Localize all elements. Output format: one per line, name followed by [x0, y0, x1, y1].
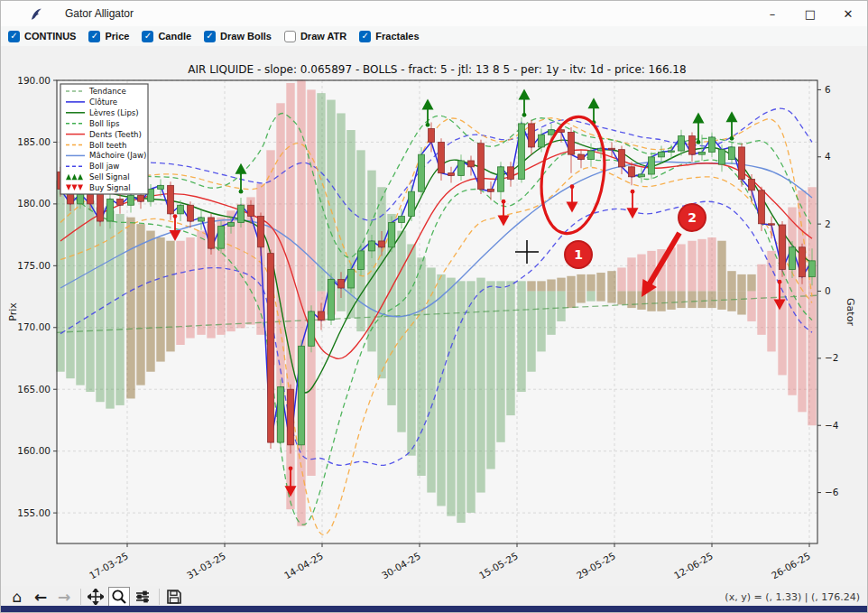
candle-body: [288, 389, 294, 445]
unchecked-checkbox-icon[interactable]: [284, 31, 296, 42]
options-toolbar: ✓CONTINUS✓Price✓Candle✓Draw BollsDraw AT…: [1, 26, 868, 46]
window-title: Gator Alligator: [65, 7, 134, 20]
save-icon: [166, 589, 182, 605]
gator-bar-down: [427, 292, 435, 493]
gator-bar-up: [586, 274, 595, 292]
configure-subplots-button[interactable]: [132, 587, 153, 607]
zoom-button[interactable]: [108, 587, 130, 607]
date-tick-label: 30-04-25: [380, 550, 422, 580]
toolbar-separator: [80, 589, 81, 605]
gator-bar-down: [437, 292, 445, 506]
candle-body: [699, 152, 706, 154]
minimize-button[interactable]: –: [753, 1, 791, 26]
gator-bar-down: [246, 292, 254, 325]
gator-bar-up: [547, 279, 555, 291]
candle-body: [128, 195, 134, 205]
candle-body: [158, 185, 164, 189]
checkbox-draw-atr[interactable]: Draw ATR: [284, 31, 346, 42]
candle-body: [769, 224, 775, 225]
checked-checkbox-icon[interactable]: ✓: [142, 31, 153, 42]
gator-bar-up: [156, 237, 164, 291]
gator-bar-up: [56, 181, 64, 292]
gator-bar-down: [166, 292, 174, 352]
gator-bar-up: [767, 251, 775, 292]
candle-body: [429, 128, 435, 142]
gator-bar-down: [86, 292, 94, 393]
gator-bar-down: [486, 292, 494, 469]
checkbox-label: Price: [105, 31, 129, 42]
sliders-icon: [134, 589, 151, 605]
candle-body: [228, 222, 235, 226]
checked-checkbox-icon[interactable]: ✓: [8, 31, 20, 42]
checkbox-fractales[interactable]: ✓Fractales: [359, 31, 419, 42]
checkbox-draw-bolls[interactable]: ✓Draw Bolls: [204, 31, 272, 42]
pan-button[interactable]: [85, 587, 106, 607]
gator-bar-down: [156, 292, 164, 362]
gator-tick-label: 2: [825, 218, 831, 229]
candle-body: [669, 151, 675, 152]
checkbox-label: Fractales: [375, 31, 419, 42]
gator-bar-down: [657, 292, 665, 311]
candle-body: [199, 218, 205, 221]
candle-body: [468, 161, 475, 167]
gator-bar-down: [397, 292, 405, 432]
checked-checkbox-icon[interactable]: ✓: [204, 31, 216, 42]
checked-checkbox-icon[interactable]: ✓: [359, 31, 371, 42]
gator-bar-down: [457, 292, 465, 524]
candle-body: [319, 311, 325, 320]
gator-bar-down: [647, 292, 655, 311]
checkbox-price[interactable]: ✓Price: [88, 31, 129, 42]
gator-bar-up: [627, 257, 635, 291]
candle-body: [419, 154, 425, 191]
checkbox-candle[interactable]: ✓Candle: [142, 31, 191, 42]
gator-bar-down: [677, 292, 685, 309]
legend-label: Tendance: [88, 87, 126, 96]
annotation-badge-number: 1: [574, 247, 583, 262]
gator-bar-down: [466, 292, 475, 513]
date-tick-label: 17-03-25: [88, 550, 130, 580]
candle-body: [809, 261, 816, 277]
date-tick-label: 31-03-25: [185, 550, 227, 580]
gator-bar-down: [197, 292, 205, 335]
gator-bar-down: [217, 292, 225, 335]
gator-bar-down: [186, 292, 194, 339]
chart-canvas[interactable]: 190.00185.00180.00175.00170.00165.00160.…: [1, 46, 868, 586]
gator-tick-label: −4: [825, 420, 839, 431]
gator-bar-down: [596, 292, 605, 302]
gator-bar-down: [146, 292, 154, 372]
legend-label: Boll lips: [89, 119, 120, 128]
candle-body: [278, 386, 284, 442]
candle-body: [729, 147, 735, 160]
back-button[interactable]: ←: [30, 587, 51, 607]
price-tick-label: 175.00: [17, 260, 51, 271]
legend-label: Boll jaw: [89, 162, 119, 171]
gator-bar-up: [707, 237, 716, 291]
candle-body: [568, 132, 575, 154]
checked-checkbox-icon[interactable]: ✓: [88, 31, 100, 42]
candle-body: [338, 279, 345, 288]
maximize-button[interactable]: □: [791, 1, 829, 26]
candle-body: [539, 135, 545, 147]
candle-body: [780, 225, 786, 269]
home-button[interactable]: ⌂: [6, 587, 28, 607]
gator-bar-up: [457, 281, 465, 291]
forward-button[interactable]: →: [53, 587, 75, 607]
legend-label: Sell Signal: [89, 172, 130, 181]
price-tick-label: 165.00: [17, 384, 51, 395]
gator-bar-down: [747, 292, 755, 321]
checkbox-continus[interactable]: ✓CONTINUS: [8, 31, 76, 42]
gator-bar-down: [476, 292, 485, 493]
save-button[interactable]: [163, 587, 185, 607]
gator-bar-up: [577, 274, 585, 292]
close-button[interactable]: ✕: [829, 1, 867, 26]
gator-bar-up: [327, 100, 335, 292]
gator-bar-down: [798, 292, 806, 413]
gator-bar-up: [517, 281, 525, 291]
candle-body: [689, 136, 696, 155]
gator-bar-down: [447, 292, 455, 516]
gator-bar-up: [427, 267, 435, 291]
legend-label: Clôture: [89, 98, 117, 107]
gator-bar-up: [397, 231, 405, 292]
candle-body: [639, 174, 645, 177]
candle-body: [508, 167, 514, 180]
